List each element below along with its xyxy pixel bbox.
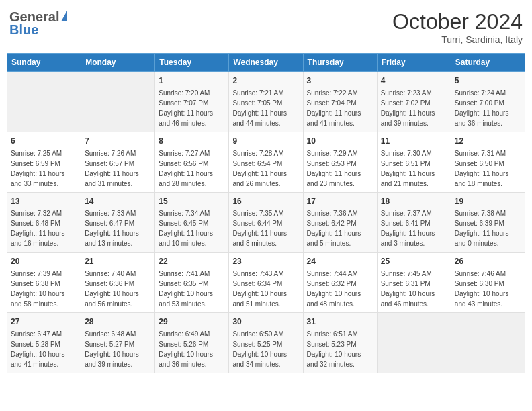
day-number: 22 (159, 256, 225, 267)
day-info: Sunrise: 7:37 AMSunset: 6:41 PMDaylight:… (381, 208, 447, 248)
calendar-cell (377, 313, 451, 373)
day-info: Sunrise: 7:29 AMSunset: 6:53 PMDaylight:… (307, 148, 373, 189)
title-section: October 2024 Turri, Sardinia, Italy (392, 9, 523, 45)
month-title: October 2024 (392, 9, 523, 34)
day-number: 29 (159, 316, 225, 328)
calendar-cell: 19Sunrise: 7:38 AMSunset: 6:39 PMDayligh… (451, 192, 525, 253)
day-info: Sunrise: 7:20 AMSunset: 7:07 PMDaylight:… (159, 88, 225, 128)
day-info: Sunrise: 7:30 AMSunset: 6:51 PMDaylight:… (381, 148, 447, 189)
day-number: 17 (307, 196, 373, 208)
calendar-cell: 16Sunrise: 7:35 AMSunset: 6:44 PMDayligh… (229, 192, 303, 253)
day-number: 10 (307, 136, 373, 147)
calendar-cell: 31Sunrise: 6:51 AMSunset: 5:23 PMDayligh… (303, 313, 377, 373)
day-number: 21 (85, 256, 151, 267)
day-info: Sunrise: 7:21 AMSunset: 7:05 PMDaylight:… (232, 88, 299, 128)
day-info: Sunrise: 7:26 AMSunset: 6:57 PMDaylight:… (85, 148, 151, 189)
day-info: Sunrise: 7:38 AMSunset: 6:39 PMDaylight:… (455, 208, 521, 248)
day-info: Sunrise: 7:27 AMSunset: 6:56 PMDaylight:… (159, 148, 225, 189)
day-number: 30 (232, 316, 299, 328)
day-number: 16 (232, 196, 299, 208)
calendar-cell: 4Sunrise: 7:23 AMSunset: 7:02 PMDaylight… (377, 72, 451, 132)
day-info: Sunrise: 7:46 AMSunset: 6:30 PMDaylight:… (455, 269, 521, 309)
day-number: 7 (85, 136, 151, 147)
day-info: Sunrise: 6:51 AMSunset: 5:23 PMDaylight:… (307, 329, 373, 369)
calendar-cell: 1Sunrise: 7:20 AMSunset: 7:07 PMDaylight… (155, 72, 229, 132)
calendar-cell: 9Sunrise: 7:28 AMSunset: 6:54 PMDaylight… (229, 132, 303, 192)
day-header-monday: Monday (81, 54, 155, 72)
day-info: Sunrise: 7:39 AMSunset: 6:38 PMDaylight:… (11, 269, 77, 309)
day-number: 26 (455, 256, 521, 267)
day-number: 9 (232, 136, 299, 147)
calendar-cell: 10Sunrise: 7:29 AMSunset: 6:53 PMDayligh… (303, 132, 377, 192)
day-info: Sunrise: 7:32 AMSunset: 6:48 PMDaylight:… (11, 208, 77, 248)
day-header-wednesday: Wednesday (229, 54, 303, 72)
day-info: Sunrise: 7:41 AMSunset: 6:35 PMDaylight:… (159, 269, 225, 309)
calendar-cell: 11Sunrise: 7:30 AMSunset: 6:51 PMDayligh… (377, 132, 451, 192)
calendar-cell: 8Sunrise: 7:27 AMSunset: 6:56 PMDaylight… (155, 132, 229, 192)
calendar-week-row: 27Sunrise: 6:47 AMSunset: 5:28 PMDayligh… (7, 313, 525, 373)
day-info: Sunrise: 6:47 AMSunset: 5:28 PMDaylight:… (11, 329, 77, 369)
calendar-cell: 3Sunrise: 7:22 AMSunset: 7:04 PMDaylight… (303, 72, 377, 132)
calendar-cell: 24Sunrise: 7:44 AMSunset: 6:32 PMDayligh… (303, 253, 377, 313)
calendar-cell: 27Sunrise: 6:47 AMSunset: 5:28 PMDayligh… (7, 313, 81, 373)
calendar-table: SundayMondayTuesdayWednesdayThursdayFrid… (7, 53, 525, 373)
logo-blue-text: Blue (9, 22, 38, 38)
calendar-cell: 22Sunrise: 7:41 AMSunset: 6:35 PMDayligh… (155, 253, 229, 313)
calendar-cell: 26Sunrise: 7:46 AMSunset: 6:30 PMDayligh… (451, 253, 525, 313)
calendar-cell: 13Sunrise: 7:32 AMSunset: 6:48 PMDayligh… (7, 192, 81, 253)
day-info: Sunrise: 7:22 AMSunset: 7:04 PMDaylight:… (307, 88, 373, 128)
location-subtitle: Turri, Sardinia, Italy (392, 34, 523, 45)
day-number: 15 (159, 196, 225, 208)
calendar-cell: 12Sunrise: 7:31 AMSunset: 6:50 PMDayligh… (451, 132, 525, 192)
day-number: 18 (381, 196, 447, 208)
calendar-cell: 2Sunrise: 7:21 AMSunset: 7:05 PMDaylight… (229, 72, 303, 132)
day-number: 1 (159, 75, 225, 87)
calendar-cell: 29Sunrise: 6:49 AMSunset: 5:26 PMDayligh… (155, 313, 229, 373)
calendar-cell: 25Sunrise: 7:45 AMSunset: 6:31 PMDayligh… (377, 253, 451, 313)
calendar-cell: 21Sunrise: 7:40 AMSunset: 6:36 PMDayligh… (81, 253, 155, 313)
calendar-week-row: 1Sunrise: 7:20 AMSunset: 7:07 PMDaylight… (7, 72, 525, 132)
day-info: Sunrise: 7:24 AMSunset: 7:00 PMDaylight:… (455, 88, 521, 128)
day-number: 5 (455, 75, 521, 87)
day-info: Sunrise: 7:31 AMSunset: 6:50 PMDaylight:… (455, 148, 521, 189)
day-number: 31 (307, 316, 373, 328)
calendar-cell: 5Sunrise: 7:24 AMSunset: 7:00 PMDaylight… (451, 72, 525, 132)
calendar-cell: 30Sunrise: 6:50 AMSunset: 5:25 PMDayligh… (229, 313, 303, 373)
day-info: Sunrise: 7:28 AMSunset: 6:54 PMDaylight:… (232, 148, 299, 189)
day-number: 27 (11, 316, 77, 328)
day-header-friday: Friday (377, 54, 451, 72)
calendar-cell: 18Sunrise: 7:37 AMSunset: 6:41 PMDayligh… (377, 192, 451, 253)
day-info: Sunrise: 7:23 AMSunset: 7:02 PMDaylight:… (381, 88, 447, 128)
day-number: 6 (11, 136, 77, 147)
day-info: Sunrise: 7:40 AMSunset: 6:36 PMDaylight:… (85, 269, 151, 309)
day-info: Sunrise: 7:33 AMSunset: 6:47 PMDaylight:… (85, 208, 151, 248)
calendar-cell: 6Sunrise: 7:25 AMSunset: 6:59 PMDaylight… (7, 132, 81, 192)
day-info: Sunrise: 7:25 AMSunset: 6:59 PMDaylight:… (11, 148, 77, 189)
calendar-cell: 15Sunrise: 7:34 AMSunset: 6:45 PMDayligh… (155, 192, 229, 253)
calendar-cell: 20Sunrise: 7:39 AMSunset: 6:38 PMDayligh… (7, 253, 81, 313)
day-info: Sunrise: 6:49 AMSunset: 5:26 PMDaylight:… (159, 329, 225, 369)
calendar-cell (451, 313, 525, 373)
calendar-cell: 14Sunrise: 7:33 AMSunset: 6:47 PMDayligh… (81, 192, 155, 253)
day-number: 28 (85, 316, 151, 328)
day-header-tuesday: Tuesday (155, 54, 229, 72)
day-info: Sunrise: 7:34 AMSunset: 6:45 PMDaylight:… (159, 208, 225, 248)
day-number: 23 (232, 256, 299, 267)
day-number: 20 (11, 256, 77, 267)
calendar-cell (81, 72, 155, 132)
calendar-week-row: 6Sunrise: 7:25 AMSunset: 6:59 PMDaylight… (7, 132, 525, 192)
day-info: Sunrise: 7:45 AMSunset: 6:31 PMDaylight:… (381, 269, 447, 309)
day-number: 25 (381, 256, 447, 267)
day-number: 11 (381, 136, 447, 147)
day-info: Sunrise: 7:43 AMSunset: 6:34 PMDaylight:… (232, 269, 299, 309)
day-number: 8 (159, 136, 225, 147)
logo: General Blue (9, 9, 67, 38)
day-info: Sunrise: 7:35 AMSunset: 6:44 PMDaylight:… (232, 208, 299, 248)
calendar-cell (7, 72, 81, 132)
calendar-cell: 17Sunrise: 7:36 AMSunset: 6:42 PMDayligh… (303, 192, 377, 253)
page-header: General Blue October 2024 Turri, Sardini… (7, 7, 525, 48)
day-header-saturday: Saturday (451, 54, 525, 72)
day-info: Sunrise: 6:48 AMSunset: 5:27 PMDaylight:… (85, 329, 151, 369)
day-number: 12 (455, 136, 521, 147)
calendar-cell: 28Sunrise: 6:48 AMSunset: 5:27 PMDayligh… (81, 313, 155, 373)
